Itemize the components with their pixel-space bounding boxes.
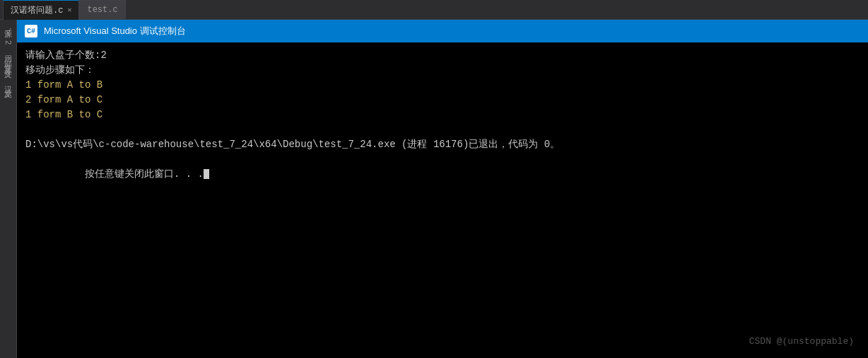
left-panel-item-file1: 文件: (3, 56, 13, 61)
console-cursor (204, 169, 209, 179)
console-line-2: 移动步骤如下： (25, 63, 860, 78)
console-line-5: 1 form B to C (25, 108, 860, 122)
tab-hanuota[interactable]: 汉诺塔问题.c ✕ (3, 0, 79, 20)
console-line-1: 请输入盘子个数:2 (25, 48, 860, 63)
console-line-8: 按任意键关闭此窗口. . . (25, 152, 860, 197)
left-panel-item-file2: 文件 (3, 62, 13, 65)
left-panel-item-original: 原文 (3, 82, 13, 85)
console-title-bar: C# Microsoft Visual Studio 调试控制台 (17, 20, 868, 42)
tab-hanuota-close[interactable]: ✕ (67, 6, 71, 14)
left-panel-item-part: 部 (3, 52, 13, 54)
tab-test-label: test.c (87, 5, 117, 15)
console-wrapper: C# Microsoft Visual Studio 调试控制台 请输入盘子个数… (17, 20, 868, 358)
main-window: 汉诺塔问题.c ✕ test.c 源 'te 2 用 部 文件: 文件 te 汉… (0, 0, 868, 358)
tab-test[interactable]: test.c (79, 0, 125, 20)
main-layout: 源 'te 2 用 部 文件: 文件 te 汉 原文 C# Microsoft … (0, 20, 868, 358)
console-line-6 (25, 122, 860, 137)
console-area[interactable]: 请输入盘子个数:2 移动步骤如下： 1 form A to B 2 form A… (17, 42, 868, 358)
vs-icon: C# (24, 24, 38, 38)
tab-bar: 汉诺塔问题.c ✕ test.c (0, 0, 868, 20)
console-line-4: 2 form A to C (25, 93, 860, 108)
console-line-7: D:\vs\vs代码\c-code-warehouse\test_7_24\x6… (25, 137, 860, 152)
left-panel-item-te2: te (4, 67, 13, 76)
left-panel-item-source: 源 (3, 23, 13, 25)
console-line-3: 1 form A to B (25, 78, 860, 93)
left-panel-item-2: 2 (4, 39, 13, 46)
console-title-text: Microsoft Visual Studio 调试控制台 (44, 25, 186, 37)
watermark: CSDN @(unstoppable) (749, 336, 854, 347)
vs-logo: C# (25, 25, 37, 37)
left-panel-item-han: 汉 (3, 78, 13, 81)
left-panel-item-use: 用 (3, 47, 13, 50)
left-panel-item-te: 'te (4, 27, 13, 37)
left-panel: 源 'te 2 用 部 文件: 文件 te 汉 原文 (0, 20, 17, 358)
tab-hanuota-label: 汉诺塔问题.c (11, 4, 63, 16)
